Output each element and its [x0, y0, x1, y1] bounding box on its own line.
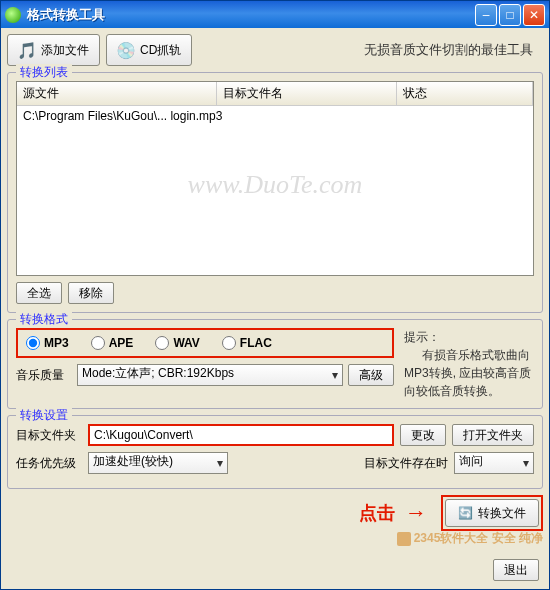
convert-list-legend: 转换列表: [16, 64, 72, 81]
music-plus-icon: 🎵: [18, 41, 36, 59]
settings-legend: 转换设置: [16, 407, 72, 424]
close-button[interactable]: ✕: [523, 4, 545, 26]
target-folder-input[interactable]: [88, 424, 394, 446]
radio-wav-input[interactable]: [155, 336, 169, 350]
client-area: 🎵 添加文件 💿 CD抓轨 无损音质文件切割的最佳工具 转换列表 源文件 目标文…: [0, 28, 550, 590]
remove-button[interactable]: 移除: [68, 282, 114, 304]
target-folder-row: 目标文件夹 更改 打开文件夹: [16, 424, 534, 446]
radio-flac-input[interactable]: [222, 336, 236, 350]
radio-wav[interactable]: WAV: [155, 336, 199, 350]
quality-label: 音乐质量: [16, 367, 72, 384]
watermark: www.DuoTe.com: [188, 170, 363, 200]
cell-source: C:\Program Files\KuGou\... login.mp3: [17, 106, 217, 126]
convert-list-fieldset: 转换列表 源文件 目标文件名 状态 C:\Program Files\KuGou…: [7, 72, 543, 313]
radio-mp3-input[interactable]: [26, 336, 40, 350]
change-button[interactable]: 更改: [400, 424, 446, 446]
format-fieldset: 转换格式 MP3 APE WAV FLAC 音乐质量 Mode:立体声; CBR…: [7, 319, 543, 409]
priority-label: 任务优先级: [16, 455, 82, 472]
app-icon: [5, 7, 21, 23]
window-buttons: – □ ✕: [475, 4, 545, 26]
arrow-icon: →: [405, 500, 427, 526]
maximize-button[interactable]: □: [499, 4, 521, 26]
radio-mp3[interactable]: MP3: [26, 336, 69, 350]
cd-rip-button[interactable]: 💿 CD抓轨: [106, 34, 192, 66]
convert-button[interactable]: 🔄 转换文件: [445, 499, 539, 527]
toolbar: 🎵 添加文件 💿 CD抓轨 无损音质文件切割的最佳工具: [7, 34, 543, 66]
col-target[interactable]: 目标文件名: [217, 82, 397, 105]
titlebar: 格式转换工具 – □ ✕: [0, 0, 550, 28]
hint-title: 提示：: [404, 328, 534, 346]
corner-watermark: 2345软件大全 安全 纯净: [397, 530, 543, 547]
tagline-text: 无损音质文件切割的最佳工具: [364, 41, 543, 59]
radio-ape-input[interactable]: [91, 336, 105, 350]
priority-row: 任务优先级 加速处理(较快) 目标文件存在时 询问: [16, 452, 534, 474]
col-source[interactable]: 源文件: [17, 82, 217, 105]
priority-select[interactable]: 加速处理(较快): [88, 452, 228, 474]
hint-body: 有损音乐格式歌曲向MP3转换, 应由较高音质向较低音质转换。: [404, 346, 534, 400]
add-file-button[interactable]: 🎵 添加文件: [7, 34, 100, 66]
file-list[interactable]: 源文件 目标文件名 状态 C:\Program Files\KuGou\... …: [16, 81, 534, 276]
format-options: MP3 APE WAV FLAC: [16, 328, 394, 358]
select-all-button[interactable]: 全选: [16, 282, 62, 304]
add-file-label: 添加文件: [41, 42, 89, 59]
exit-button[interactable]: 退出: [493, 559, 539, 581]
col-status[interactable]: 状态: [397, 82, 533, 105]
convert-highlight: 🔄 转换文件: [441, 495, 543, 531]
exists-label: 目标文件存在时: [364, 455, 448, 472]
window-title: 格式转换工具: [27, 6, 475, 24]
format-hint: 提示： 有损音乐格式歌曲向MP3转换, 应由较高音质向较低音质转换。: [404, 328, 534, 400]
minimize-button[interactable]: –: [475, 4, 497, 26]
list-actions: 全选 移除: [16, 282, 534, 304]
quality-select[interactable]: Mode:立体声; CBR:192Kbps: [77, 364, 343, 386]
exists-select[interactable]: 询问: [454, 452, 534, 474]
table-row[interactable]: C:\Program Files\KuGou\... login.mp3: [17, 106, 533, 126]
target-folder-label: 目标文件夹: [16, 427, 82, 444]
footer: 点击 → 🔄 转换文件: [7, 495, 543, 531]
settings-fieldset: 转换设置 目标文件夹 更改 打开文件夹 任务优先级 加速处理(较快) 目标文件存…: [7, 415, 543, 489]
refresh-icon: 🔄: [458, 506, 473, 520]
cd-icon: 💿: [117, 41, 135, 59]
list-header: 源文件 目标文件名 状态: [17, 82, 533, 106]
cell-status: [397, 106, 533, 126]
open-folder-button[interactable]: 打开文件夹: [452, 424, 534, 446]
radio-flac[interactable]: FLAC: [222, 336, 272, 350]
radio-ape[interactable]: APE: [91, 336, 134, 350]
format-legend: 转换格式: [16, 311, 72, 328]
cd-rip-label: CD抓轨: [140, 42, 181, 59]
quality-row: 音乐质量 Mode:立体声; CBR:192Kbps 高级: [16, 364, 394, 386]
advanced-button[interactable]: 高级: [348, 364, 394, 386]
cell-target: [217, 106, 397, 126]
click-hint: 点击: [359, 501, 395, 525]
